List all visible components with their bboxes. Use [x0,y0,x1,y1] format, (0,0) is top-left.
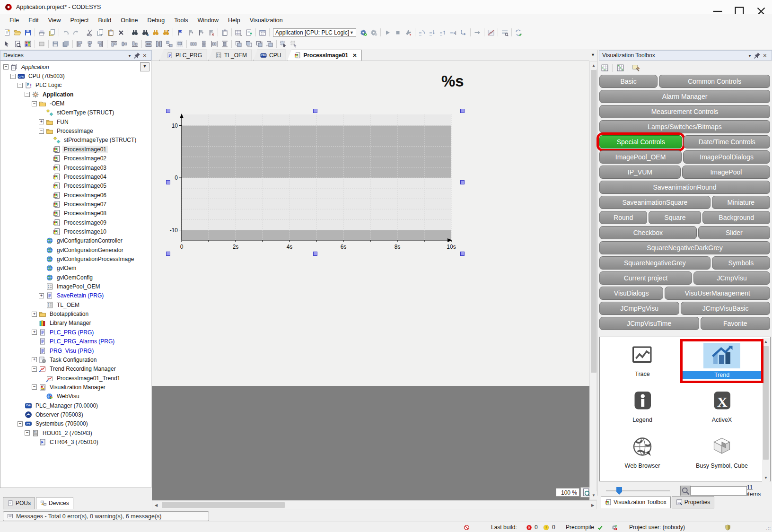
selection-handle[interactable] [313,109,317,113]
selection-handle[interactable] [460,109,465,113]
build-config-icon[interactable] [403,27,413,37]
tree-item-stprocimagetype-struct[interactable]: stProcImageType (STRUCT) [0,136,151,145]
tree-item-webvisu[interactable]: WebVisu [0,392,151,401]
zoom-level[interactable]: 100 % [556,488,579,497]
category-jcmpvisutime[interactable]: JCmpVisuTime [599,317,699,330]
scroll-up-icon[interactable]: ▲ [590,61,597,69]
category-ip-vum[interactable]: IP_VUM [599,166,681,179]
scrollbar-thumb[interactable] [162,502,285,508]
tree-item-saveretain-prg[interactable]: +SaveRetain (PRG) [0,291,151,300]
scrollbar-thumb[interactable] [763,346,769,460]
category-slider[interactable]: Slider [698,226,770,239]
tree-item-prg-visu-prg[interactable]: PRG_Visu (PRG) [0,346,151,355]
distribute-horizontal-icon[interactable] [188,39,199,49]
category-imagepool-oem[interactable]: ImagePool_OEM [599,150,682,164]
collapse-icon[interactable]: − [25,92,30,97]
selection-handle[interactable] [460,252,465,256]
tree-item-application[interactable]: −Application [0,62,151,71]
category-measurement-controls[interactable]: Measurement Controls [599,105,770,118]
collapse-icon[interactable]: − [32,101,37,106]
step-into-icon[interactable] [427,27,438,37]
editor-tab-plc-prg[interactable]: PLC_PRG [159,50,207,61]
toolbox-item-trace[interactable]: Trace [605,343,680,377]
step-out-icon[interactable] [438,27,448,37]
insert-table-icon[interactable] [233,27,244,37]
previous-bookmark-icon[interactable] [185,27,195,37]
align-center-horizontal-icon[interactable] [85,39,95,49]
category-square[interactable]: Square [649,211,701,224]
search-input[interactable] [691,486,747,496]
tree-item-oem[interactable]: −-OEM [0,99,151,108]
category-jcmppgvisu[interactable]: JCmpPgVisu [599,302,679,315]
tree-item-processimage09[interactable]: ProcessImage09 [0,218,151,227]
menu-build[interactable]: Build [93,14,116,26]
collapse-icon[interactable]: − [18,421,23,427]
category-background[interactable]: Background [702,211,770,224]
tab-properties[interactable]: Properties [672,496,715,508]
menu-window[interactable]: Window [193,14,223,26]
visualization-canvas[interactable]: %s 100-1002s4s6s8s10s [152,61,589,386]
save-visualization-icon[interactable] [50,39,61,49]
resize-grip[interactable]: .:: [766,526,771,531]
tree-item-rou01-2-705043[interactable]: −ROU01_2 (705043) [0,428,151,437]
tree-item-processimage[interactable]: −ProcessImage [0,126,151,135]
close-icon[interactable]: ✕ [761,52,769,59]
make-same-height-icon[interactable] [154,39,164,49]
tree-item-plc-prg-prg[interactable]: +PLC_PRG (PRG) [0,328,151,337]
category-visuusermanagement[interactable]: VisuUserManagement [665,287,770,300]
toolbox-item-busy-symbol-cube[interactable]: Busy Symbol, Cube [684,435,760,469]
customize-hammer-icon[interactable] [631,63,641,73]
selection-handle[interactable] [460,180,465,184]
scrollbar-thumb[interactable] [591,70,597,373]
toolbox-item-activex[interactable]: XActiveX [684,389,760,423]
open-project-icon[interactable] [12,27,23,37]
goto-position-icon[interactable] [472,27,482,37]
display-mode-icon[interactable] [486,27,496,37]
equal-spacing-vertical-icon[interactable] [219,39,230,49]
expand-icon[interactable]: + [39,119,44,124]
pin-icon[interactable] [754,52,761,59]
menu-edit[interactable]: Edit [24,14,44,26]
next-bookmark-icon[interactable] [195,27,206,37]
category-alarm-manager[interactable]: Alarm Manager [599,90,770,103]
select-all-tool-icon[interactable] [278,39,289,49]
tree-item-library-manager[interactable]: Library Manager [0,319,151,328]
editor-tab-processimage01[interactable]: ProcessImage01✕ [287,50,362,61]
items-vertical-scrollbar[interactable]: ▲ ▼ [762,338,770,481]
close-icon[interactable]: ✕ [352,52,357,59]
paste-icon[interactable] [105,27,116,37]
replace-all-yellow-icon[interactable] [161,27,171,37]
delete-icon[interactable] [116,27,126,37]
find-icon[interactable] [130,27,140,37]
collapse-icon[interactable]: − [25,430,30,436]
tree-item-imagepool-oem[interactable]: ImagePool_OEM [0,282,151,291]
bring-forward-icon[interactable] [254,39,264,49]
tree-item-bootapplication[interactable]: +Bootapplication [0,309,151,318]
send-to-back-icon[interactable] [244,39,254,49]
scroll-right-icon[interactable]: ▶ [589,501,597,509]
make-same-size-icon[interactable] [164,39,175,49]
scroll-down-icon[interactable]: ▼ [762,474,770,481]
tree-item-fun[interactable]: +FUN [0,117,151,126]
distribute-vertical-icon[interactable] [199,39,209,49]
menu-tools[interactable]: Tools [169,14,193,26]
tree-item-gvlconfigurationgenerator[interactable]: gvlConfigurationGenerator [0,245,151,254]
align-top-icon[interactable] [109,39,119,49]
expand-icon[interactable]: + [32,330,37,335]
category-jcmpvisubasic[interactable]: JCmpVisuBasic [681,302,770,315]
collapse-icon[interactable]: − [39,129,44,134]
collapse-icon[interactable]: − [10,74,16,79]
flow-control-icon[interactable] [458,27,469,37]
tree-item-processimage08[interactable]: ProcessImage08 [0,209,151,218]
save-all-visualizations-icon[interactable] [61,39,71,49]
tree-item-trend-recording-manager[interactable]: −Trend Recording Manager [0,365,151,374]
category-jcmpvisu[interactable]: JCmpVisu [693,271,770,285]
menu-debug[interactable]: Debug [142,14,169,26]
menu-project[interactable]: Project [66,14,94,26]
toolbox-item-legend[interactable]: Legend [605,389,680,423]
editor-horizontal-scrollbar[interactable]: ◀ ▶ [152,500,597,509]
category-current-project[interactable]: Current project [599,271,692,285]
category-miniature[interactable]: Miniature [712,196,770,209]
minimize-button[interactable] [707,0,728,14]
category-favorite[interactable]: Favorite [701,317,770,330]
